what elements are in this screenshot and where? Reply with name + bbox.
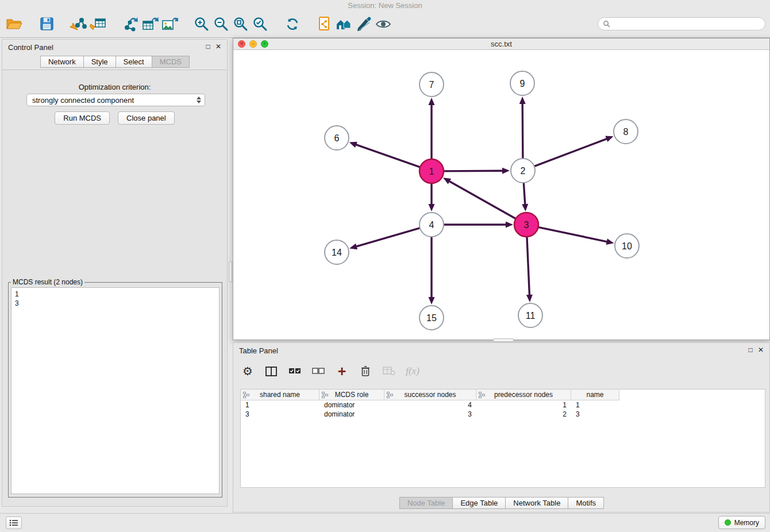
- cell-predecessor-nodes[interactable]: 1: [476, 400, 571, 410]
- annotation-pen-icon[interactable]: [354, 14, 374, 34]
- select-all-check-icon[interactable]: [287, 364, 302, 379]
- toolbar-search[interactable]: [598, 17, 765, 30]
- graph-node-3[interactable]: 3: [514, 213, 538, 237]
- zoom-out-icon[interactable]: [211, 14, 231, 34]
- float-table-panel-icon[interactable]: □: [746, 346, 754, 354]
- table-header-row: shared name MCDS role successor nodes pr…: [241, 390, 765, 400]
- status-menu-button[interactable]: [6, 516, 22, 529]
- svg-text:2: 2: [521, 166, 526, 176]
- export-table-icon[interactable]: [140, 14, 160, 34]
- graph-edge-2-8[interactable]: [535, 139, 607, 166]
- delete-column-trash-icon[interactable]: [358, 364, 373, 379]
- graph-node-11[interactable]: 11: [518, 303, 542, 327]
- column-type-icon: [322, 392, 328, 398]
- graph-node-9[interactable]: 9: [510, 71, 534, 95]
- column-header-mcds-role[interactable]: MCDS role: [319, 390, 384, 400]
- graph-edge-3-1[interactable]: [449, 182, 515, 219]
- column-header-name[interactable]: name: [571, 390, 619, 400]
- import-network-file-icon[interactable]: [69, 14, 88, 34]
- close-table-panel-icon[interactable]: ✕: [757, 346, 765, 354]
- search-input[interactable]: [613, 20, 760, 28]
- graph-node-4[interactable]: 4: [419, 213, 444, 237]
- vertical-splitter-handle[interactable]: [229, 261, 232, 282]
- run-mcds-button[interactable]: Run MCDS: [55, 111, 110, 125]
- settings-gear-icon[interactable]: ⚙: [240, 364, 255, 379]
- open-document-share-icon[interactable]: [315, 14, 334, 34]
- export-image-icon[interactable]: [160, 14, 179, 34]
- tab-node-table[interactable]: Node Table: [399, 497, 453, 509]
- cell-mcds-role[interactable]: dominator: [319, 410, 384, 419]
- tab-style[interactable]: Style: [83, 56, 116, 68]
- network-window-titlebar[interactable]: ✕ − + scc.txt: [233, 38, 769, 50]
- tab-edge-table[interactable]: Edge Table: [452, 497, 506, 509]
- table-toolbar: ⚙ +: [240, 360, 420, 382]
- tab-network[interactable]: Network: [40, 56, 84, 68]
- zoom-selected-icon[interactable]: [251, 14, 270, 34]
- optimization-criterion-select[interactable]: strongly connected component: [26, 94, 205, 106]
- window-titlebar[interactable]: Session: New Session: [0, 0, 770, 10]
- horizontal-splitter-handle[interactable]: [493, 338, 514, 342]
- graph-edge-1-2[interactable]: [444, 171, 502, 171]
- column-header-successor-nodes[interactable]: successor nodes: [384, 390, 476, 400]
- graph-edge-3-10[interactable]: [539, 228, 607, 242]
- close-panel-icon[interactable]: ✕: [214, 43, 222, 51]
- tab-select[interactable]: Select: [116, 56, 152, 68]
- cell-successor-nodes[interactable]: 4: [384, 400, 476, 410]
- cell-shared-name[interactable]: 1: [241, 400, 319, 410]
- memory-status-icon: [725, 519, 731, 526]
- zoom-in-icon[interactable]: [192, 14, 211, 34]
- deselect-all-icon[interactable]: [311, 364, 326, 379]
- control-panel-tabs: Network Style Select MCDS: [2, 56, 227, 68]
- graph-node-6[interactable]: 6: [325, 126, 349, 150]
- graph-node-7[interactable]: 7: [419, 72, 444, 97]
- graph-edge-2-3[interactable]: [523, 183, 525, 204]
- list-icon: [9, 519, 18, 526]
- graph-edge-4-14[interactable]: [357, 228, 419, 246]
- table-panel-header: Table Panel □ ✕: [233, 343, 769, 358]
- show-hide-eye-icon[interactable]: [374, 14, 393, 34]
- graph-node-15[interactable]: 15: [419, 306, 444, 330]
- column-panel-icon[interactable]: [264, 364, 279, 379]
- network-canvas[interactable]: 7968124314101511: [233, 50, 769, 340]
- graph-edge-1-6[interactable]: [356, 145, 419, 167]
- tab-mcds[interactable]: MCDS: [152, 56, 190, 68]
- tab-network-table[interactable]: Network Table: [505, 497, 568, 509]
- add-column-plus-icon[interactable]: +: [334, 364, 349, 379]
- graph-edge-arrowhead: [519, 97, 526, 104]
- graph-edge-arrowhead: [606, 238, 614, 245]
- open-folder-icon[interactable]: [5, 14, 24, 34]
- close-panel-button[interactable]: Close panel: [118, 111, 175, 125]
- zoom-fit-icon[interactable]: [231, 14, 251, 34]
- float-panel-icon[interactable]: □: [204, 43, 212, 51]
- cell-successor-nodes[interactable]: 3: [384, 410, 476, 419]
- refresh-layout-icon[interactable]: [283, 14, 302, 34]
- graph-node-10[interactable]: 10: [615, 234, 639, 258]
- cell-name[interactable]: 3: [571, 410, 619, 419]
- column-header-predecessor-nodes[interactable]: predecessor nodes: [476, 390, 571, 400]
- cell-predecessor-nodes[interactable]: 2: [476, 410, 571, 419]
- graph-node-2[interactable]: 2: [511, 159, 535, 183]
- graph-node-8[interactable]: 8: [614, 119, 638, 144]
- svg-text:9: 9: [520, 79, 525, 88]
- table-panel-tabs: Node Table Edge Table Network Table Moti…: [233, 497, 769, 509]
- memory-button[interactable]: Memory: [718, 516, 765, 529]
- mcds-result-line: 3: [15, 299, 215, 308]
- export-network-icon[interactable]: [121, 14, 140, 34]
- tab-motifs[interactable]: Motifs: [568, 497, 604, 509]
- optimization-criterion-label: Optimization criterion:: [2, 83, 227, 91]
- graph-edge-3-11[interactable]: [527, 237, 529, 295]
- mcds-result-list[interactable]: 1 3: [11, 287, 220, 494]
- cell-mcds-role[interactable]: dominator: [319, 400, 384, 410]
- cell-shared-name[interactable]: 3: [241, 410, 319, 419]
- graph-node-1[interactable]: 1: [419, 159, 444, 183]
- table-row[interactable]: 1 dominator 4 1 1: [241, 400, 765, 410]
- graph-edge-2-9[interactable]: [522, 104, 523, 158]
- import-table-file-icon[interactable]: [88, 14, 108, 34]
- save-session-icon[interactable]: [37, 14, 56, 34]
- column-header-shared-name[interactable]: shared name: [241, 390, 319, 400]
- first-neighbors-icon[interactable]: [334, 14, 354, 34]
- graph-node-14[interactable]: 14: [325, 240, 349, 264]
- table-row[interactable]: 3 dominator 3 2 3: [241, 410, 765, 419]
- mcds-result-title: MCDS result (2 nodes): [11, 278, 84, 286]
- cell-name[interactable]: 1: [571, 400, 619, 410]
